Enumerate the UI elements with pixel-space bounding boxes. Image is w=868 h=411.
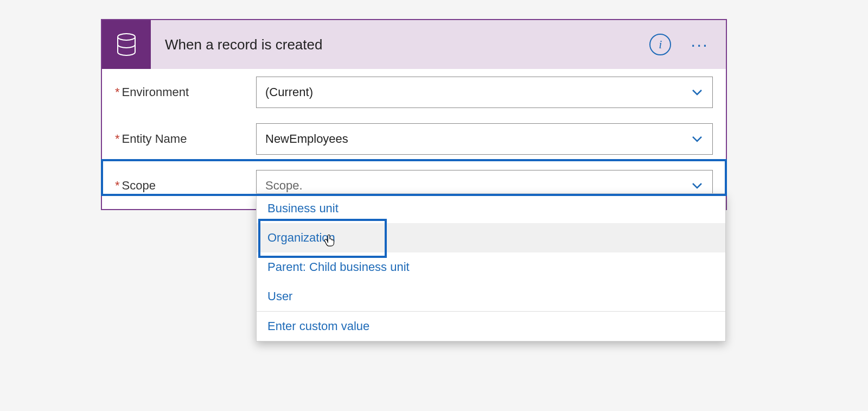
chevron-down-icon [691,86,704,99]
more-icon[interactable]: ··· [686,35,713,55]
label-environment: *Environment [115,85,256,99]
label-scope: *Scope [115,179,256,193]
info-icon[interactable]: i [649,34,671,55]
svg-point-0 [118,34,135,40]
dropdown-item-user[interactable]: User [257,282,725,311]
input-entity[interactable]: NewEmployees [256,123,713,155]
card-header: When a record is created i ··· [102,20,726,69]
dropdown-item-parent-child[interactable]: Parent: Child business unit [257,252,725,282]
card-title: When a record is created [151,36,649,53]
dropdown-item-business-unit[interactable]: Business unit [257,194,725,223]
card-body: *Environment (Current) *Entity Name NewE… [102,69,726,209]
database-icon [102,20,151,69]
scope-dropdown: Business unit Organization Parent: Child… [256,193,726,342]
label-entity: *Entity Name [115,132,256,146]
chevron-down-icon [691,179,704,192]
field-environment: *Environment (Current) [102,69,726,116]
dropdown-item-custom[interactable]: Enter custom value [257,311,725,341]
dropdown-item-organization[interactable]: Organization [257,223,725,252]
input-environment[interactable]: (Current) [256,77,713,108]
trigger-card: When a record is created i ··· *Environm… [101,19,727,210]
field-entity: *Entity Name NewEmployees [102,116,726,162]
chevron-down-icon [691,132,704,146]
